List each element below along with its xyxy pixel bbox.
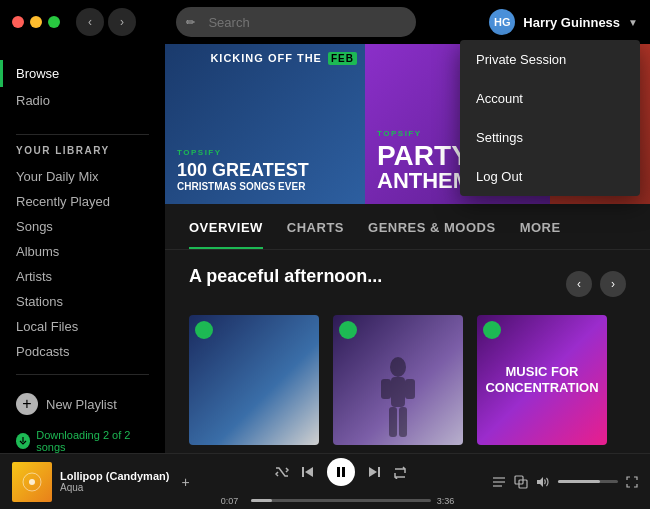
svg-rect-4 — [381, 379, 391, 399]
svg-marker-16 — [369, 467, 377, 477]
section-title: A peaceful afternoon... — [189, 266, 382, 287]
new-playlist-button[interactable]: + New Playlist — [0, 385, 165, 423]
sidebar-divider-1 — [16, 134, 149, 135]
tab-overview[interactable]: OVERVIEW — [189, 220, 263, 249]
svg-rect-13 — [337, 467, 340, 477]
tab-more[interactable]: MORE — [520, 220, 561, 249]
sidebar-item-songs[interactable]: Songs — [16, 214, 149, 239]
sidebar-item-daily-mix[interactable]: Your Daily Mix — [16, 164, 149, 189]
dropdown-menu: Private Session Account Settings Log Out — [460, 40, 640, 196]
chevron-down-icon: ▼ — [628, 17, 638, 28]
volume-bar[interactable] — [558, 480, 618, 483]
sidebar-item-recently-played[interactable]: Recently Played — [16, 189, 149, 214]
card-music-concentration[interactable]: Music ForConcentration Music For Concent… — [477, 315, 607, 453]
player-buttons — [275, 458, 407, 486]
queue-button[interactable] — [492, 475, 506, 489]
svg-rect-15 — [378, 467, 380, 477]
current-time: 0:07 — [221, 496, 245, 506]
search-input[interactable] — [176, 7, 416, 37]
svg-marker-12 — [305, 467, 313, 477]
plus-icon: + — [16, 393, 38, 415]
dropdown-item-private-session[interactable]: Private Session — [460, 40, 640, 79]
sidebar-section-label: YOUR LIBRARY — [0, 145, 165, 156]
next-arrow-button[interactable]: › — [600, 271, 626, 297]
prev-arrow-button[interactable]: ‹ — [566, 271, 592, 297]
spotify-icon — [339, 321, 357, 339]
progress-bar[interactable]: 0:07 3:36 — [221, 496, 461, 506]
play-pause-button[interactable] — [327, 458, 355, 486]
shuffle-button[interactable] — [275, 465, 289, 479]
svg-point-0 — [199, 325, 209, 335]
svg-point-2 — [390, 357, 406, 377]
maximize-button[interactable] — [48, 16, 60, 28]
sidebar-item-local-files[interactable]: Local Files — [16, 314, 149, 339]
volume-button[interactable] — [536, 475, 550, 489]
user-menu-trigger[interactable]: HG Harry Guinness ▼ — [489, 9, 638, 35]
dropdown-item-logout[interactable]: Log Out — [460, 157, 640, 196]
sidebar-divider-2 — [16, 374, 149, 375]
repeat-button[interactable] — [393, 465, 407, 479]
svg-rect-11 — [302, 467, 304, 477]
sidebar-item-albums[interactable]: Albums — [16, 239, 149, 264]
sidebar-item-stations[interactable]: Stations — [16, 289, 149, 314]
dropdown-item-settings[interactable]: Settings — [460, 118, 640, 157]
volume-fill — [558, 480, 600, 483]
svg-rect-3 — [391, 377, 405, 407]
fullscreen-button[interactable] — [626, 476, 638, 488]
sidebar-item-browse[interactable]: Browse — [0, 60, 149, 87]
forward-button[interactable]: › — [108, 8, 136, 36]
spotify-icon — [195, 321, 213, 339]
add-to-library-button[interactable]: + — [181, 474, 189, 490]
spotify-icon — [483, 321, 501, 339]
hero-card1-subtitle: CHRISTMAS SONGS EVER — [177, 181, 353, 192]
player-controls: 0:07 3:36 — [198, 458, 484, 506]
svg-marker-22 — [537, 477, 543, 487]
svg-rect-14 — [342, 467, 345, 477]
username-label: Harry Guinness — [523, 15, 620, 30]
sidebar-item-podcasts[interactable]: Podcasts — [16, 339, 149, 364]
next-button[interactable] — [367, 465, 381, 479]
progress-fill — [251, 499, 273, 502]
player-track-title: Lollipop (Candyman) — [60, 470, 169, 482]
tab-charts[interactable]: CHARTS — [287, 220, 344, 249]
browse-section: A peaceful afternoon... ‹ › Peaceful Pia… — [165, 250, 650, 453]
devices-button[interactable] — [514, 475, 528, 489]
nav-buttons: ‹ › — [76, 8, 136, 36]
svg-rect-7 — [399, 407, 407, 437]
hero-card1-title: 100 GREATEST — [177, 161, 353, 181]
section-header: A peaceful afternoon... ‹ › — [189, 266, 626, 301]
svg-rect-6 — [389, 407, 397, 437]
card-peaceful-piano[interactable]: Peaceful Piano Playlist — [189, 315, 319, 453]
traffic-lights — [12, 16, 60, 28]
search-icon: ✏ — [186, 16, 195, 29]
player-bar: Lollipop (Candyman) Aqua + — [0, 453, 650, 509]
svg-point-8 — [487, 325, 497, 335]
dropdown-item-account[interactable]: Account — [460, 79, 640, 118]
close-button[interactable] — [12, 16, 24, 28]
sidebar-item-artists[interactable]: Artists — [16, 264, 149, 289]
cards-row: Peaceful Piano Playlist — [189, 315, 626, 453]
svg-rect-5 — [405, 379, 415, 399]
title-bar: ‹ › ✏ HG Harry Guinness ▼ — [0, 0, 650, 44]
search-bar: ✏ — [176, 7, 416, 37]
sidebar: Browse Radio YOUR LIBRARY Your Daily Mix… — [0, 44, 165, 453]
player-artist: Aqua — [60, 482, 169, 493]
hero-card1-topsify: TOPSIFY — [177, 148, 353, 157]
sidebar-item-radio[interactable]: Radio — [16, 87, 149, 114]
back-button[interactable]: ‹ — [76, 8, 104, 36]
progress-track[interactable] — [251, 499, 431, 502]
tab-genres-moods[interactable]: GENRES & MOODS — [368, 220, 496, 249]
downloading-status: Downloading 2 of 2 songs — [0, 423, 165, 453]
hero-card-1[interactable]: KICKING OFF THE FEB TOPSIFY 100 GREATEST… — [165, 44, 365, 204]
sidebar-library: Your Daily Mix Recently Played Songs Alb… — [0, 164, 165, 364]
svg-point-1 — [343, 325, 353, 335]
card-chilled-jazz[interactable]: Chilled Jazz Playlist — [333, 315, 463, 453]
concentration-card-text: Music ForConcentration — [479, 364, 604, 395]
tabs-bar: OVERVIEW CHARTS GENRES & MOODS MORE — [165, 204, 650, 250]
total-time: 3:36 — [437, 496, 461, 506]
minimize-button[interactable] — [30, 16, 42, 28]
album-art — [12, 462, 52, 502]
previous-button[interactable] — [301, 465, 315, 479]
avatar: HG — [489, 9, 515, 35]
sidebar-main-nav: Browse Radio — [0, 60, 165, 114]
